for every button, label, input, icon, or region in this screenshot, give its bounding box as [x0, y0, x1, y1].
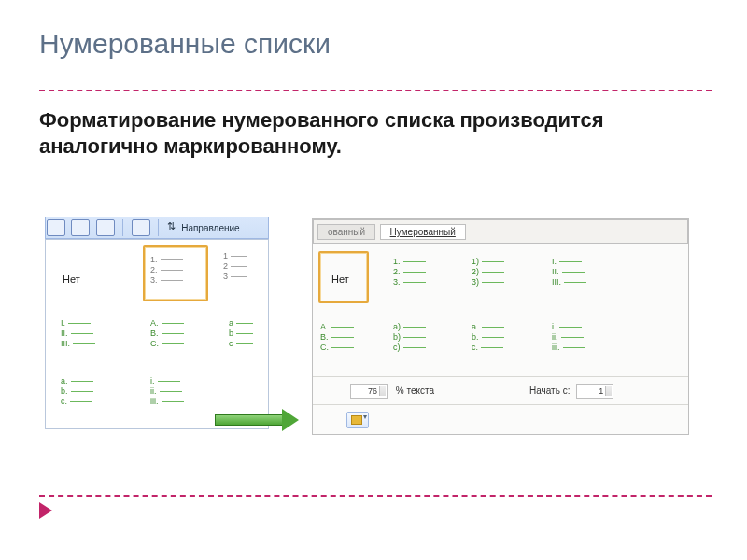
- divider-top: [39, 90, 712, 91]
- gallery-cell[interactable]: a. b. c.: [61, 376, 93, 407]
- start-at-input[interactable]: 1: [576, 384, 613, 399]
- tab-numbered[interactable]: Нумерованный: [380, 224, 466, 240]
- gallery-cell-selected[interactable]: 1. 2. 3.: [143, 245, 208, 301]
- tab-bulleted[interactable]: ованный: [317, 224, 375, 240]
- numbering-dialog-right: ованный Нумерованный Нет 1. 2. 3. 1) 2) …: [312, 218, 689, 435]
- none-option-right[interactable]: Нет: [318, 251, 369, 303]
- gallery-cell[interactable]: I. II. III.: [552, 257, 586, 287]
- gallery-cell[interactable]: I. II. III.: [61, 318, 95, 349]
- word-ribbon-fragment: ⇅ Направление: [45, 217, 269, 239]
- slide-title: Нумерованные списки: [39, 28, 331, 60]
- gallery-cell[interactable]: a) b) c): [393, 322, 426, 353]
- linespacing-icon[interactable]: [132, 219, 150, 236]
- gallery-cell[interactable]: a. b. c.: [472, 322, 504, 353]
- multilevel-icon[interactable]: [96, 219, 115, 236]
- gallery-cell[interactable]: 1 2 3: [223, 251, 270, 282]
- color-picker-button[interactable]: [346, 412, 369, 428]
- slide-body-text: Форматирование нумерованного списка прои…: [39, 107, 693, 159]
- gallery-cell[interactable]: 1. 2. 3.: [393, 257, 426, 287]
- divider-bottom: [39, 495, 712, 497]
- gallery-cell[interactable]: a b c: [229, 318, 253, 349]
- text-percent-input[interactable]: 76: [350, 384, 388, 399]
- textdir-icon[interactable]: ⇅: [167, 220, 176, 235]
- arrow-icon: [215, 409, 301, 431]
- gallery-cell[interactable]: 1) 2) 3): [472, 257, 504, 287]
- text-percent-label: % текста: [396, 385, 434, 396]
- gallery-cell[interactable]: A. B. C.: [150, 318, 184, 349]
- gallery-cell[interactable]: A. B. C.: [320, 322, 354, 353]
- slide-marker-icon: [39, 502, 52, 519]
- none-option-left[interactable]: Нет: [63, 273, 80, 285]
- gallery-cell[interactable]: i. ii. iii.: [552, 322, 585, 353]
- numbering-gallery-left: Нет 1. 2. 3. 1 2 3 I. II. III. A. B. C. …: [45, 239, 269, 429]
- gallery-cell[interactable]: i. ii. iii.: [150, 376, 184, 407]
- bullets-icon[interactable]: [47, 219, 65, 236]
- numbering-icon[interactable]: [71, 219, 90, 236]
- ribbon-group-label: Направление: [181, 223, 239, 233]
- start-at-label: Начать с:: [529, 385, 570, 396]
